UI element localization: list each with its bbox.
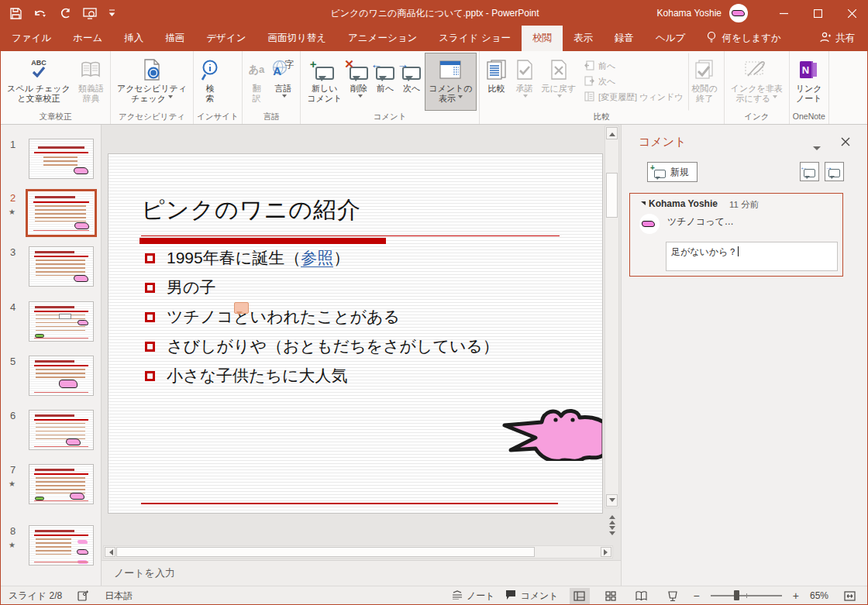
tell-me-box[interactable]: 何をしますか: [696, 26, 791, 51]
previous-comment-button[interactable]: ← 前へ: [372, 53, 398, 111]
notes-icon: [452, 590, 463, 602]
tab-review[interactable]: 校閲: [522, 26, 563, 51]
horizontal-scroll-thumb[interactable]: [116, 547, 535, 557]
tab-draw[interactable]: 描画: [154, 26, 195, 51]
reject-button[interactable]: 元に戻す: [538, 53, 580, 111]
hide-ink-button[interactable]: インクを非表 示にする: [727, 53, 787, 111]
previous-comment-panel-button[interactable]: ←: [800, 162, 819, 181]
thumbnail-preview: [29, 246, 94, 287]
collapse-thread-icon[interactable]: [637, 201, 646, 205]
next-comment-panel-button[interactable]: →: [825, 162, 844, 181]
zoom-in-button[interactable]: +: [793, 590, 799, 602]
scroll-up-arrow[interactable]: [606, 127, 618, 139]
tab-file[interactable]: ファイル: [1, 26, 62, 51]
accessibility-status-icon[interactable]: [78, 590, 89, 601]
comment-text: ツチノコって…: [667, 215, 734, 229]
normal-view-button[interactable]: [570, 588, 590, 604]
hyperlink-sansho[interactable]: 参照: [301, 249, 333, 267]
previous-slide-button[interactable]: [605, 512, 619, 524]
delete-comment-button[interactable]: ✕ 削除: [346, 53, 372, 111]
croc-miniature: [78, 320, 88, 325]
next-change-button[interactable]: 次へ: [584, 76, 683, 88]
next-comment-button[interactable]: → 次へ: [398, 53, 425, 111]
share-button[interactable]: 共有: [820, 26, 868, 51]
customize-qat-icon[interactable]: [108, 9, 115, 18]
tab-slideshow[interactable]: スライド ショー: [428, 26, 522, 51]
comment-marker[interactable]: [234, 302, 249, 314]
title-underline-thin: [141, 235, 560, 236]
scroll-right-arrow[interactable]: [601, 547, 611, 557]
slide-canvas[interactable]: ピンクのワニの紹介 1995年春に誕生（参照） 男の子 ツチノコといわれたことが…: [108, 153, 603, 514]
tab-help[interactable]: ヘルプ: [645, 26, 696, 51]
account-name[interactable]: Kohama Yoshie: [657, 8, 722, 19]
spell-check-button[interactable]: ABC スペル チェック と文章校正: [3, 53, 74, 111]
end-review-button[interactable]: 校閲の 終了: [688, 53, 722, 111]
reading-view-button[interactable]: [632, 588, 652, 604]
accessibility-check-button[interactable]: アクセシビリティ チェック: [113, 53, 191, 111]
accept-button[interactable]: 承諾: [512, 53, 538, 111]
tab-recording[interactable]: 録音: [604, 26, 645, 51]
start-slideshow-icon[interactable]: [83, 8, 97, 19]
new-comment-panel-button[interactable]: + 新規: [647, 162, 698, 182]
redo-icon[interactable]: [59, 8, 71, 19]
thesaurus-button[interactable]: 類義語 辞典: [74, 53, 108, 111]
close-button[interactable]: [835, 1, 868, 26]
tab-transitions[interactable]: 画面切り替え: [257, 26, 337, 51]
minimize-button[interactable]: [766, 1, 801, 26]
notes-placeholder[interactable]: ノートを入力: [102, 561, 621, 586]
fit-to-window-button[interactable]: [839, 588, 859, 604]
tab-design[interactable]: デザイン: [195, 26, 257, 51]
compare-icon: [486, 56, 508, 84]
comment-thread-card[interactable]: Kohama Yoshie 11 分前 ツチノコって… 足がないから？: [629, 193, 843, 277]
reply-input[interactable]: 足がないから？: [666, 242, 838, 271]
notes-toggle[interactable]: ノート: [452, 590, 495, 603]
language-button[interactable]: A字 言語: [268, 53, 298, 111]
pink-crocodile-drawing[interactable]: [501, 399, 603, 461]
slideshow-view-button[interactable]: [663, 588, 683, 604]
scroll-down-arrow[interactable]: [606, 494, 618, 507]
tab-insert[interactable]: 挿入: [113, 26, 154, 51]
maximize-button[interactable]: [801, 1, 835, 26]
tab-home[interactable]: ホーム: [62, 26, 113, 51]
zoom-slider-thumb[interactable]: [734, 590, 739, 600]
previous-change-button[interactable]: 前へ: [584, 60, 683, 72]
linked-notes-button[interactable]: N リンク ノート: [792, 53, 826, 111]
translate-button[interactable]: あa 翻 訳: [245, 53, 269, 111]
zoom-level[interactable]: 65%: [810, 590, 828, 601]
group-label-insights: インサイト: [194, 111, 242, 124]
ribbon: ABC スペル チェック と文章校正 類義語 辞典 文章校正: [1, 51, 868, 125]
bullet-item-2[interactable]: 男の子: [145, 277, 216, 298]
save-icon[interactable]: [10, 8, 22, 19]
reviewing-pane-button[interactable]: [変更履歴] ウィンドウ: [584, 91, 683, 103]
bullet-item-4[interactable]: さびしがりや（おともだちをさがしている）: [145, 335, 499, 357]
show-comments-button[interactable]: コメントの 表示: [425, 53, 476, 111]
undo-icon[interactable]: [33, 8, 47, 19]
smart-lookup-button[interactable]: 検 索: [196, 53, 224, 111]
language-indicator[interactable]: 日本語: [105, 590, 133, 603]
comments-toggle[interactable]: コメント: [505, 590, 558, 603]
bullet-item-3[interactable]: ツチノコといわれたことがある: [145, 306, 400, 328]
tab-view[interactable]: 表示: [563, 26, 604, 51]
scroll-left-arrow[interactable]: [105, 547, 115, 557]
slide-indicator[interactable]: スライド 2/8: [9, 590, 62, 603]
next-slide-button[interactable]: [605, 526, 619, 538]
panel-close-icon[interactable]: [841, 136, 850, 150]
zoom-slider[interactable]: [711, 595, 782, 596]
bullet-item-5[interactable]: 小さな子供たちに大人気: [145, 365, 347, 387]
slide-sorter-view-button[interactable]: [601, 588, 621, 604]
panel-menu-icon[interactable]: [813, 140, 821, 154]
tab-animations[interactable]: アニメーション: [337, 26, 428, 51]
vertical-scrollbar[interactable]: [604, 125, 619, 508]
svg-text:N: N: [802, 64, 809, 76]
horizontal-scrollbar[interactable]: [103, 545, 613, 559]
slide-title[interactable]: ピンクのワニの紹介: [141, 194, 361, 226]
comment-author: Kohama Yoshie: [649, 198, 718, 209]
window-title: ピンクのワニの商品化について.pptx - PowerPoint: [330, 1, 539, 26]
new-comment-button[interactable]: + 新しい コメント: [303, 53, 346, 111]
compare-button[interactable]: 比較: [482, 53, 512, 111]
vertical-scroll-thumb[interactable]: [606, 173, 618, 218]
notes-pane[interactable]: ノートを入力: [102, 560, 621, 586]
zoom-out-button[interactable]: −: [694, 590, 700, 602]
account-avatar[interactable]: [729, 4, 748, 22]
bullet-item-1[interactable]: 1995年春に誕生（参照）: [145, 247, 350, 269]
